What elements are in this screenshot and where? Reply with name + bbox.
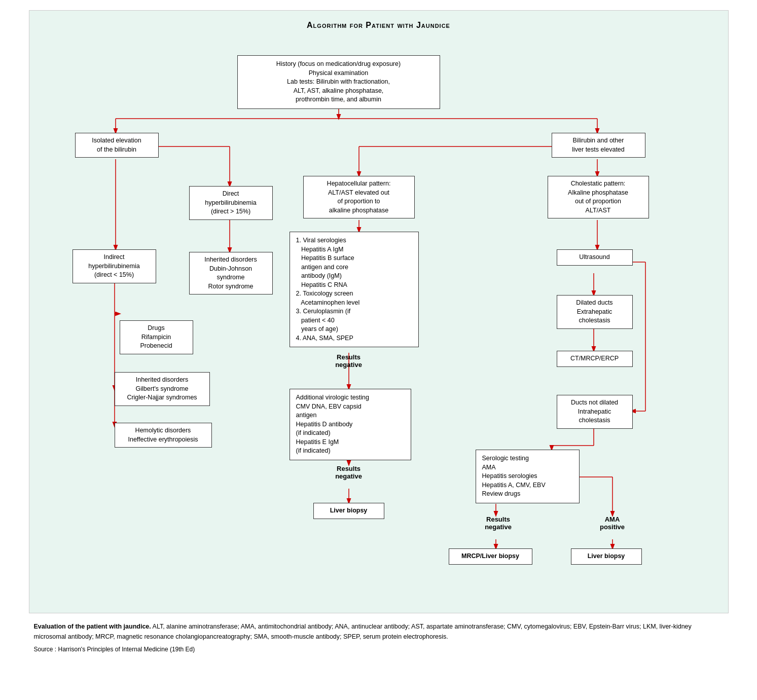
box-cholestatic-text: Cholestatic pattern:Alkaline phosphatase… [568, 180, 628, 214]
results-neg-3-text: Resultsnegative [485, 515, 512, 531]
diagram-title: Algorithm for Patient with Jaundice [45, 21, 713, 30]
box-hemolytic-text: Hemolytic disordersIneffective erythropo… [128, 427, 198, 443]
box-initial: History (focus on medication/drug exposu… [237, 55, 440, 109]
box-dilated-ducts: Dilated ductsExtrahepaticcholestasis [557, 295, 633, 329]
box-isolated-text: Isolated elevationof the bilirubin [92, 137, 141, 153]
box-inherited1-text: Inherited disordersDubin-Johnsonsyndrome… [204, 256, 257, 290]
box-indirect-hyper: Indirecthyperbilirubinemia(direct < 15%) [73, 249, 156, 283]
results-neg-1: Resultsnegative [318, 353, 379, 369]
box-ultrasound: Ultrasound [557, 249, 633, 266]
box-additional-virologic: Additional virologic testing CMV DNA, EB… [290, 389, 411, 460]
caption-bold: Evaluation of the patient with jaundice. [34, 623, 151, 630]
results-neg-2-text: Resultsnegative [335, 465, 362, 480]
box-indirect-hyper-text: Indirecthyperbilirubinemia(direct < 15%) [88, 253, 139, 278]
results-neg-1-text: Resultsnegative [335, 353, 362, 369]
box-liver-biopsy2-text: Liver biopsy [588, 552, 625, 560]
box-hemolytic: Hemolytic disordersIneffective erythropo… [115, 423, 212, 448]
box-drugs: DrugsRifampicinProbenecid [120, 320, 193, 354]
box-liver-biopsy1: Liver biopsy [313, 503, 384, 519]
box-serologic-text: Serologic testing AMA Hepatitis serologi… [482, 455, 546, 497]
box-ducts-not-dilated-text: Ducts not dilatedIntrahepaticcholestasis [571, 399, 618, 424]
diagram-container: Algorithm for Patient with Jaundice [29, 10, 729, 613]
box-viral-text: 1. Viral serologies Hepatitis A IgM Hepa… [296, 237, 360, 342]
box-bili-liver-text: Bilirubin and otherliver tests elevated [572, 137, 625, 153]
ama-positive-text: AMApositive [600, 515, 625, 531]
box-bili-liver: Bilirubin and otherliver tests elevated [552, 133, 645, 158]
flow-area: History (focus on medication/drug exposu… [45, 40, 713, 598]
box-serologic: Serologic testing AMA Hepatitis serologi… [476, 450, 580, 503]
box-inherited2-text: Inherited disordersGilbert's syndromeCri… [127, 376, 197, 401]
box-drugs-text: DrugsRifampicinProbenecid [140, 324, 172, 349]
box-additional-virologic-text: Additional virologic testing CMV DNA, EB… [296, 394, 370, 454]
box-isolated: Isolated elevationof the bilirubin [75, 133, 159, 158]
box-ultrasound-text: Ultrasound [579, 253, 609, 261]
caption-source: Source : Harrison's Principles of Intern… [34, 645, 724, 654]
box-ct-mrcp-text: CT/MRCP/ERCP [570, 355, 619, 362]
box-hepatocellular: Hepatocellular pattern:ALT/AST elevated … [303, 176, 415, 218]
caption-area: Evaluation of the patient with jaundice.… [29, 621, 729, 654]
caption-text: Evaluation of the patient with jaundice.… [34, 621, 724, 642]
results-neg-2: Resultsnegative [318, 465, 379, 480]
box-direct-hyper: Directhyperbilirubinemia(direct > 15%) [189, 186, 273, 220]
box-ct-mrcp: CT/MRCP/ERCP [557, 351, 633, 367]
box-direct-hyper-text: Directhyperbilirubinemia(direct > 15%) [205, 190, 256, 215]
box-inherited1: Inherited disordersDubin-Johnsonsyndrome… [189, 252, 273, 294]
box-liver-biopsy2: Liver biopsy [571, 548, 642, 565]
box-inherited2: Inherited disordersGilbert's syndromeCri… [115, 372, 210, 406]
box-ducts-not-dilated: Ducts not dilatedIntrahepaticcholestasis [557, 395, 633, 429]
box-viral: 1. Viral serologies Hepatitis A IgM Hepa… [290, 232, 419, 347]
box-cholestatic: Cholestatic pattern:Alkaline phosphatase… [548, 176, 649, 218]
box-dilated-ducts-text: Dilated ductsExtrahepaticcholestasis [576, 299, 612, 324]
box-hepatocellular-text: Hepatocellular pattern:ALT/AST elevated … [327, 180, 391, 214]
box-liver-biopsy1-text: Liver biopsy [330, 507, 368, 514]
box-mrcp-liver-biopsy-text: MRCP/Liver biopsy [461, 552, 519, 560]
box-initial-text: History (focus on medication/drug exposu… [276, 60, 401, 103]
results-neg-3: Resultsnegative [468, 515, 529, 531]
ama-positive: AMApositive [582, 515, 643, 531]
box-mrcp-liver-biopsy: MRCP/Liver biopsy [449, 548, 532, 565]
